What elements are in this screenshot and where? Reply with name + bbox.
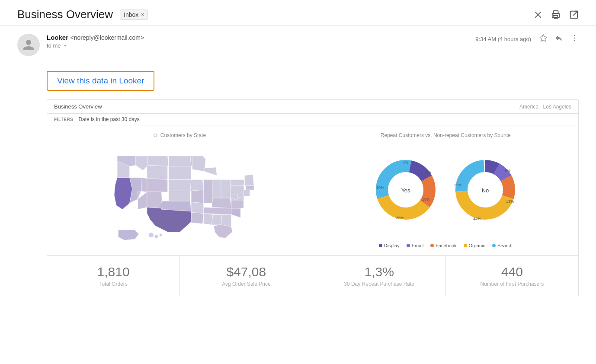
- svg-text:35%: 35%: [396, 216, 404, 220]
- svg-marker-32: [191, 202, 204, 214]
- stat-value-2: 1,3%: [364, 265, 394, 279]
- email-subject-title: Business Overview: [17, 8, 113, 21]
- facebook-label: Facebook: [436, 243, 456, 248]
- stat-card-3: 440 Number of First Purchasers: [446, 256, 578, 296]
- yes-donut-svg: Yes 4% 14% 18% 35% 30%: [371, 155, 440, 224]
- inbox-badge: Inbox ×: [120, 10, 148, 20]
- svg-marker-31: [191, 190, 204, 203]
- dashboard-title: Business Overview: [54, 103, 102, 110]
- svg-marker-20: [147, 179, 168, 192]
- map-title-circle-icon: [154, 134, 157, 137]
- email-action-icons: [539, 34, 579, 45]
- stat-value-1: $47,08: [226, 265, 266, 279]
- repeat-customers-card: Repeat Customers vs. Non-repeat Customer…: [313, 125, 579, 255]
- email-dot: [407, 244, 410, 247]
- stat-card-2: 1,3% 30 Day Repeat Purchase Rate: [313, 256, 445, 296]
- repeat-card-title: Repeat Customers vs. Non-repeat Customer…: [320, 132, 572, 138]
- sender-name: Looker: [47, 34, 68, 41]
- svg-marker-30: [190, 179, 204, 191]
- no-donut-wrap: No 8% 9% 13% 44% 25%: [451, 155, 520, 224]
- print-icon[interactable]: [551, 10, 561, 19]
- svg-marker-46: [231, 200, 244, 208]
- stat-label-2: 30 Day Repeat Purchase Rate: [344, 281, 414, 287]
- svg-marker-18: [147, 165, 168, 179]
- avatar: [17, 34, 40, 56]
- svg-marker-55: [118, 230, 139, 240]
- sender-name-line: Looker <noreply@lookermail.com>: [47, 34, 468, 42]
- svg-point-9: [574, 35, 575, 36]
- chart-legend: Display Email Facebook Organic: [320, 243, 572, 248]
- star-icon[interactable]: [539, 34, 548, 45]
- stat-value-3: 440: [501, 265, 523, 279]
- no-donut-center-label: No: [482, 187, 489, 194]
- dashboard-location: America - Los Angeles: [519, 104, 571, 110]
- filters-label: FILTERS: [54, 117, 73, 122]
- stat-card-0: 1,810 Total Orders: [47, 256, 179, 296]
- map-card: Customers by State: [47, 125, 313, 255]
- svg-rect-2: [554, 10, 558, 13]
- svg-marker-36: [203, 167, 217, 176]
- view-in-looker-link[interactable]: View this data in Looker: [47, 71, 154, 91]
- svg-marker-37: [213, 179, 221, 198]
- svg-text:13%: 13%: [506, 199, 514, 204]
- svg-marker-22: [147, 192, 163, 208]
- more-options-icon[interactable]: [570, 34, 579, 45]
- stat-label-1: Avg Order Sale Price: [222, 281, 271, 287]
- dashboard-charts-grid: Customers by State: [47, 125, 578, 255]
- legend-email: Email: [407, 243, 424, 248]
- email-body: View this data in Looker Business Overvi…: [0, 61, 596, 300]
- svg-marker-49: [230, 186, 244, 194]
- svg-marker-40: [203, 208, 231, 215]
- legend-facebook: Facebook: [430, 243, 456, 248]
- reply-icon[interactable]: [554, 34, 563, 45]
- dashboard-filters: FILTERS Date is in the past 30 days: [47, 114, 578, 125]
- avatar-icon: [22, 38, 35, 51]
- svg-marker-33: [191, 212, 204, 224]
- legend-search: Search: [492, 243, 513, 248]
- svg-point-56: [149, 233, 154, 237]
- us-map-svg: [98, 143, 262, 247]
- map-card-title: Customers by State: [54, 132, 306, 138]
- svg-marker-45: [231, 208, 240, 217]
- svg-text:25%: 25%: [454, 183, 462, 187]
- svg-point-11: [574, 40, 575, 42]
- email-header: Business Overview Inbox ×: [0, 0, 596, 26]
- svg-marker-26: [169, 191, 190, 201]
- svg-point-57: [154, 235, 158, 239]
- close-icon[interactable]: [534, 10, 542, 19]
- dropdown-chevron-icon[interactable]: [63, 43, 68, 48]
- svg-text:18%: 18%: [422, 197, 430, 201]
- sender-row: Looker <noreply@lookermail.com> to me 9:…: [0, 26, 596, 61]
- svg-text:14%: 14%: [423, 170, 431, 174]
- svg-marker-50: [230, 179, 244, 185]
- yes-donut-center-label: Yes: [401, 187, 411, 194]
- inbox-badge-close[interactable]: ×: [141, 12, 144, 18]
- filter-value: Date is in the past 30 days: [78, 116, 139, 122]
- yes-donut-wrap: Yes 4% 14% 18% 35% 30%: [371, 155, 440, 224]
- search-label: Search: [497, 243, 513, 248]
- email-timestamp: 9:34 AM (4 hours ago): [475, 36, 531, 42]
- stat-card-1: $47,08 Avg Order Sale Price: [180, 256, 312, 296]
- svg-marker-38: [221, 179, 230, 198]
- title-area: Business Overview Inbox ×: [17, 8, 148, 21]
- email-label: Email: [412, 243, 424, 248]
- svg-marker-23: [169, 156, 191, 166]
- legend-organic: Organic: [464, 243, 486, 248]
- svg-marker-44: [214, 225, 232, 238]
- no-donut-svg: No 8% 9% 13% 44% 25%: [451, 155, 520, 224]
- sender-meta: 9:34 AM (4 hours ago): [475, 34, 579, 45]
- facebook-dot: [430, 244, 434, 247]
- svg-line-7: [573, 11, 577, 15]
- popout-icon[interactable]: [569, 10, 579, 19]
- sender-info: Looker <noreply@lookermail.com> to me: [47, 34, 468, 49]
- header-actions: [534, 10, 579, 19]
- view-link-container: View this data in Looker: [47, 71, 579, 91]
- svg-point-58: [159, 233, 162, 236]
- svg-marker-25: [169, 179, 191, 191]
- inbox-badge-label: Inbox: [124, 11, 138, 18]
- svg-marker-39: [211, 198, 231, 208]
- svg-marker-52: [246, 186, 254, 190]
- stat-label-3: Number of First Purchasers: [481, 281, 544, 287]
- svg-marker-51: [244, 175, 253, 186]
- stat-cards-row: 1,810 Total Orders $47,08 Avg Order Sale…: [47, 255, 578, 296]
